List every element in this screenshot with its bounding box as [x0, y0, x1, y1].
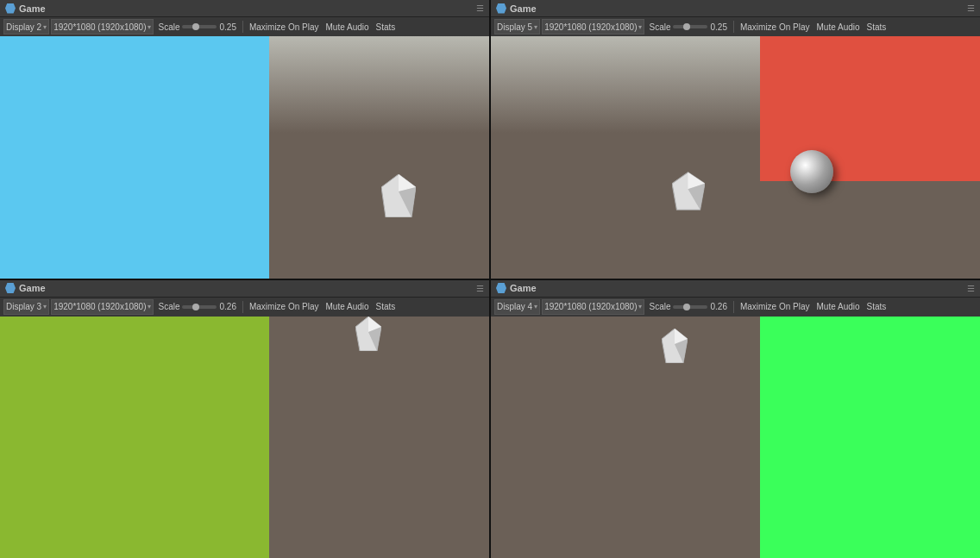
scale-control-1: Scale 0.25 [155, 22, 238, 33]
scale-thumb-3 [192, 304, 199, 310]
game-panel-1: Game ☰ Display 2 ▾ 1920*1080 (1920x1080)… [0, 0, 489, 279]
game-panel-2: Game ☰ Display 5 ▾ 1920*1080 (1920x1080)… [491, 0, 980, 279]
resolution-select-2[interactable]: 1920*1080 (1920x1080) ▾ [542, 19, 644, 34]
scale-thumb-1 [192, 23, 199, 30]
stats-btn-2[interactable]: Stats [864, 22, 889, 33]
display-chevron-1: ▾ [43, 23, 47, 31]
mute-btn-4[interactable]: Mute Audio [814, 301, 863, 312]
display-label-2: Display 5 [497, 22, 532, 32]
resolution-select-3[interactable]: 1920*1080 (1920x1080) ▾ [51, 299, 154, 315]
maximize-btn-1[interactable]: Maximize On Play [247, 22, 322, 33]
scale-label-1: Scale [158, 22, 179, 32]
scale-value-4: 0.26 [710, 302, 726, 311]
sphere-2 [790, 150, 833, 193]
viewport-1 [0, 36, 489, 279]
panel-toolbar-2: Display 5 ▾ 1920*1080 (1920x1080) ▾ Scal… [491, 17, 980, 36]
viewport-2 [491, 36, 980, 279]
game-icon-1 [5, 3, 16, 14]
crystal-shape-1 [381, 174, 416, 217]
panel-tab-1[interactable]: Game ☰ [0, 0, 489, 17]
panel-tab-4[interactable]: Game ☰ [491, 280, 980, 298]
resolution-chevron-4: ▾ [638, 303, 642, 310]
crystal-shape-3 [355, 317, 381, 351]
mute-btn-3[interactable]: Mute Audio [324, 301, 372, 312]
green-rect-3 [0, 317, 269, 559]
tab-menu-icon-4[interactable]: ☰ [967, 284, 975, 293]
display-label-4: Display 4 [497, 302, 532, 311]
sep-4a [733, 301, 734, 313]
maximize-btn-4[interactable]: Maximize On Play [738, 301, 813, 312]
tab-label-3: Game [19, 283, 46, 293]
mute-btn-2[interactable]: Mute Audio [814, 22, 863, 33]
resolution-chevron-2: ▾ [638, 23, 642, 31]
scale-value-3: 0.26 [219, 302, 236, 311]
panel-toolbar-3: Display 3 ▾ 1920*1080 (1920x1080) ▾ Scal… [0, 298, 489, 317]
panel-toolbar-4: Display 4 ▾ 1920*1080 (1920x1080) ▾ Scal… [491, 298, 980, 317]
resolution-label-2: 1920*1080 (1920x1080) [544, 22, 637, 32]
viewport-3 [0, 317, 489, 559]
display-select-4[interactable]: Display 4 ▾ [494, 299, 540, 315]
tab-menu-icon-2[interactable]: ☰ [967, 3, 975, 13]
scale-label-3: Scale [158, 302, 179, 311]
tab-label-4: Game [510, 283, 537, 293]
scale-control-3: Scale 0.26 [155, 301, 238, 312]
panel-tab-3[interactable]: Game ☰ [0, 280, 489, 298]
scale-value-1: 0.25 [219, 22, 236, 32]
scale-slider-3[interactable] [182, 305, 217, 309]
game-panel-3: Game ☰ Display 3 ▾ 1920*1080 (1920x1080)… [0, 280, 489, 559]
scale-slider-1[interactable] [182, 25, 217, 28]
stats-btn-4[interactable]: Stats [864, 301, 889, 312]
scale-control-4: Scale 0.26 [646, 301, 729, 312]
display-select-2[interactable]: Display 5 ▾ [494, 19, 540, 34]
bright-green-rect-4 [760, 317, 980, 559]
tab-drag-1: ☰ [476, 3, 484, 13]
tab-menu-icon-1[interactable]: ☰ [476, 3, 484, 13]
scale-control-2: Scale 0.25 [646, 22, 729, 33]
resolution-select-1[interactable]: 1920*1080 (1920x1080) ▾ [51, 19, 154, 34]
tab-drag-4: ☰ [967, 284, 975, 293]
unity-window: Game ☰ Display 2 ▾ 1920*1080 (1920x1080)… [0, 0, 980, 558]
sep-3a [242, 301, 243, 313]
sep-1a [242, 21, 243, 33]
display-chevron-2: ▾ [534, 23, 537, 31]
resolution-label-3: 1920*1080 (1920x1080) [53, 302, 146, 311]
display-label-1: Display 2 [6, 22, 41, 32]
scale-slider-2[interactable] [673, 25, 707, 28]
resolution-label-4: 1920*1080 (1920x1080) [544, 302, 637, 311]
game-icon-4 [496, 283, 506, 293]
maximize-btn-2[interactable]: Maximize On Play [738, 22, 813, 33]
tab-label-1: Game [19, 3, 46, 14]
tab-drag-3: ☰ [476, 284, 484, 293]
mute-btn-1[interactable]: Mute Audio [324, 22, 372, 33]
display-select-3[interactable]: Display 3 ▾ [3, 299, 49, 315]
tab-menu-icon-3[interactable]: ☰ [476, 284, 484, 293]
blue-rect-1 [0, 36, 269, 279]
resolution-chevron-3: ▾ [148, 303, 151, 310]
resolution-label-1: 1920*1080 (1920x1080) [53, 22, 146, 32]
scale-thumb-4 [683, 304, 690, 310]
viewport-4 [491, 317, 980, 559]
scale-slider-4[interactable] [673, 305, 707, 309]
resolution-chevron-1: ▾ [148, 23, 151, 31]
panel-tab-2[interactable]: Game ☰ [491, 0, 980, 17]
maximize-btn-3[interactable]: Maximize On Play [247, 301, 322, 312]
tab-label-2: Game [510, 3, 537, 14]
panel-toolbar-1: Display 2 ▾ 1920*1080 (1920x1080) ▾ Scal… [0, 17, 489, 36]
resolution-select-4[interactable]: 1920*1080 (1920x1080) ▾ [542, 299, 644, 315]
game-icon-2 [496, 3, 506, 14]
scale-value-2: 0.25 [710, 22, 726, 32]
crystal-shape-4 [662, 329, 688, 363]
game-panel-4: Game ☰ Display 4 ▾ 1920*1080 (1920x1080)… [491, 280, 980, 559]
display-chevron-3: ▾ [43, 303, 47, 310]
tab-drag-2: ☰ [967, 3, 975, 13]
game-panels: Game ☰ Display 2 ▾ 1920*1080 (1920x1080)… [0, 0, 980, 558]
crystal-shape-2 [672, 172, 705, 210]
scale-thumb-2 [683, 23, 690, 30]
display-select-1[interactable]: Display 2 ▾ [3, 19, 49, 34]
scale-label-4: Scale [649, 302, 670, 311]
stats-btn-3[interactable]: Stats [374, 301, 399, 312]
display-label-3: Display 3 [6, 302, 41, 311]
stats-btn-1[interactable]: Stats [374, 22, 399, 33]
scale-label-2: Scale [649, 22, 670, 32]
game-icon-3 [5, 283, 16, 293]
